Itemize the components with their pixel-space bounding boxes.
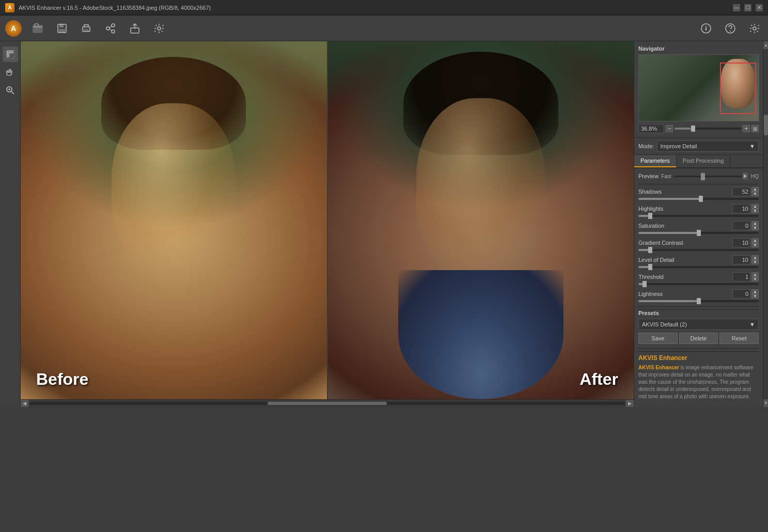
lightness-slider[interactable] (638, 300, 759, 302)
presets-reset-button[interactable]: Reset (719, 333, 759, 344)
window-controls[interactable]: — ☐ ✕ (733, 4, 763, 11)
param-spinners-shadows: ▲ ▼ (751, 187, 759, 196)
svg-line-9 (109, 26, 112, 28)
open-file-button[interactable] (29, 20, 46, 37)
maximize-button[interactable]: ☐ (744, 4, 751, 11)
svg-point-12 (158, 27, 161, 30)
param-header-saturation: Saturation ▲ ▼ (638, 221, 759, 230)
presets-title: Presets (638, 310, 759, 316)
preview-quality-slider[interactable] (673, 176, 742, 177)
highlights-increment[interactable]: ▲ (751, 204, 759, 209)
tabs-row: Parameters Post Processing (634, 155, 763, 168)
param-spinners-threshold: ▲ ▼ (751, 272, 759, 281)
navigator-preview[interactable] (638, 54, 759, 121)
param-control-lightness: ▲ ▼ (732, 289, 759, 299)
tab-post-processing[interactable]: Post Processing (677, 155, 730, 167)
info-button[interactable] (698, 20, 714, 37)
shadows-slider[interactable] (638, 198, 759, 200)
param-spinners-saturation: ▲ ▼ (751, 221, 759, 230)
scroll-thumb (268, 402, 387, 405)
shadows-decrement[interactable]: ▼ (751, 192, 759, 196)
param-input-saturation[interactable] (732, 221, 750, 230)
lightness-fill (638, 300, 699, 302)
scroll-up-arrow[interactable]: ▲ (763, 41, 768, 49)
logo-button[interactable]: A (5, 20, 22, 37)
param-input-shadows[interactable] (732, 187, 750, 196)
params-divider-2 (638, 306, 759, 307)
param-control-highlights: ▲ ▼ (732, 204, 759, 213)
highlights-decrement[interactable]: ▼ (751, 209, 759, 213)
preview-quality-step[interactable] (743, 173, 748, 180)
right-panel: Navigator 36.8% − + ⊞ Mod (634, 41, 763, 407)
param-input-threshold[interactable] (732, 272, 750, 281)
param-control-threshold: ▲ ▼ (732, 272, 759, 281)
shadows-fill (638, 198, 701, 200)
zoom-display[interactable]: 36.8% (638, 124, 664, 133)
param-label-lightness: Lightness (638, 291, 663, 297)
highlights-slider[interactable] (638, 215, 759, 217)
scroll-thumb-vertical[interactable] (764, 115, 768, 135)
minimize-button[interactable]: — (733, 4, 740, 11)
threshold-decrement[interactable]: ▼ (751, 277, 759, 281)
presets-dropdown[interactable]: AKVIS Default (2) ▼ (638, 319, 759, 330)
level-of-detail-thumb (648, 264, 652, 270)
shadows-increment[interactable]: ▲ (751, 187, 759, 192)
navigator-viewport-rect[interactable] (720, 62, 756, 114)
threshold-slider[interactable] (638, 283, 759, 285)
mode-dropdown[interactable]: Improve Detail ▼ (657, 140, 759, 152)
scroll-left-arrow[interactable]: ◀ (21, 400, 28, 408)
save-button[interactable] (54, 20, 70, 37)
saturation-decrement[interactable]: ▼ (751, 226, 759, 230)
param-control-shadows: ▲ ▼ (732, 187, 759, 196)
presets-delete-button[interactable]: Delete (679, 333, 718, 344)
zoom-out-button[interactable]: − (666, 125, 673, 132)
share-button[interactable] (102, 20, 119, 37)
zoom-slider-track[interactable] (675, 128, 741, 130)
presets-save-button[interactable]: Save (638, 333, 678, 344)
help-button[interactable] (722, 20, 739, 37)
scroll-down-arrow[interactable]: ▼ (763, 399, 768, 407)
close-button[interactable]: ✕ (756, 4, 763, 11)
saturation-increment[interactable]: ▲ (751, 221, 759, 226)
level-of-detail-slider[interactable] (638, 266, 759, 268)
lightness-decrement[interactable]: ▼ (751, 294, 759, 299)
hand-tool-button[interactable] (3, 65, 18, 80)
svg-line-10 (109, 29, 112, 30)
shadows-thumb (699, 196, 703, 202)
export-button[interactable] (127, 20, 143, 37)
zoom-tool-button[interactable] (3, 83, 18, 98)
before-image (21, 41, 327, 399)
level-of-detail-decrement[interactable]: ▼ (751, 260, 759, 264)
crop-tool-button[interactable] (3, 46, 18, 62)
saturation-slider[interactable] (638, 232, 759, 234)
scroll-right-arrow[interactable]: ▶ (626, 400, 634, 408)
preferences-button[interactable] (746, 20, 763, 37)
scroll-track[interactable] (29, 402, 625, 405)
param-input-gradient-contrast[interactable] (732, 238, 750, 247)
preview-label: Preview (638, 173, 659, 179)
settings-button[interactable] (151, 20, 167, 37)
zoom-fit-button[interactable]: ⊞ (751, 125, 759, 132)
preview-quality-thumb (701, 173, 705, 180)
gradient-contrast-decrement[interactable]: ▼ (751, 243, 759, 247)
print-button[interactable] (78, 20, 95, 37)
zoom-in-button[interactable]: + (743, 125, 750, 132)
gradient-contrast-increment[interactable]: ▲ (751, 238, 759, 243)
level-of-detail-increment[interactable]: ▲ (751, 255, 759, 260)
svg-line-21 (11, 91, 14, 94)
param-input-level-of-detail[interactable] (732, 255, 750, 264)
gradient-contrast-thumb (648, 247, 652, 253)
lightness-increment[interactable]: ▲ (751, 289, 759, 294)
tab-parameters[interactable]: Parameters (634, 155, 677, 167)
mode-value: Improve Detail (661, 143, 697, 149)
canvas-scrollbar-bottom[interactable]: ◀ ▶ (21, 399, 634, 407)
gradient-contrast-slider[interactable] (638, 249, 759, 251)
right-scrollbar[interactable]: ▲ ▼ (763, 41, 768, 407)
param-input-lightness[interactable] (732, 289, 750, 299)
preview-quality-row: Preview Fast HQ (638, 173, 759, 180)
param-input-highlights[interactable] (732, 204, 750, 213)
presets-section: Presets AKVIS Default (2) ▼ Save Delete … (638, 309, 759, 344)
threshold-increment[interactable]: ▲ (751, 272, 759, 277)
saturation-fill (638, 232, 699, 234)
param-label-level-of-detail: Level of Detail (638, 257, 675, 263)
